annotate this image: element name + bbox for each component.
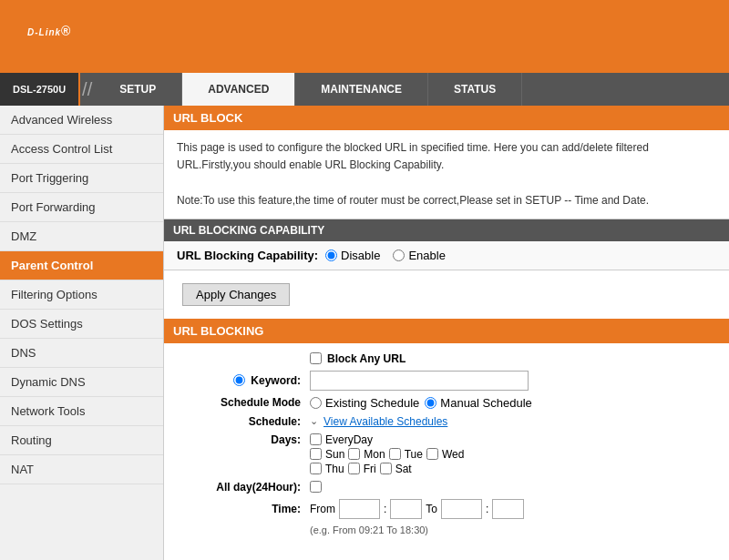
- info-line1: This page is used to configure the block…: [177, 139, 716, 174]
- sidebar-item-dmz[interactable]: DMZ: [0, 222, 163, 251]
- apply-changes-button[interactable]: Apply Changes: [182, 283, 290, 306]
- time-inputs: From : To :: [310, 499, 524, 519]
- weekdays-line2: Thu Fri Sat: [310, 463, 464, 475]
- apply-changes-container: Apply Changes: [164, 270, 729, 319]
- info-box: This page is used to configure the block…: [164, 130, 729, 219]
- mon-label: Mon: [364, 448, 385, 461]
- sidebar-item-parent-control[interactable]: Parent Control: [0, 251, 163, 280]
- block-any-url-row: Block Any URL: [310, 352, 711, 365]
- sat-checkbox[interactable]: [380, 463, 392, 474]
- schedule-mode-row: Schedule Mode Existing Schedule Manual S…: [182, 396, 711, 410]
- sidebar-item-dns[interactable]: DNS: [0, 339, 163, 368]
- wed-checkbox[interactable]: [426, 448, 438, 460]
- block-any-url-label: Block Any URL: [327, 352, 406, 365]
- time-from-label: From: [310, 503, 335, 515]
- tab-advanced[interactable]: ADVANCED: [182, 73, 295, 106]
- enable-label: Enable: [408, 249, 445, 262]
- keyword-input-container: [310, 371, 529, 391]
- tab-maintenance[interactable]: MAINTENANCE: [295, 73, 428, 106]
- time-to-minute[interactable]: [492, 499, 524, 519]
- capability-label: URL Blocking Capability:: [177, 249, 318, 262]
- keyword-radio[interactable]: [233, 374, 245, 386]
- time-content: From : To :: [310, 499, 524, 519]
- keyword-input[interactable]: [310, 371, 529, 391]
- sidebar-item-filtering-options[interactable]: Filtering Options: [0, 280, 163, 310]
- sidebar-item-access-control-list[interactable]: Access Control List: [0, 135, 163, 164]
- thu-label: Thu: [325, 463, 344, 475]
- allday-content: [310, 481, 322, 493]
- time-colon1: :: [384, 503, 386, 515]
- sun-checkbox[interactable]: [310, 448, 322, 460]
- url-block-header: URL BLOCK: [164, 106, 729, 130]
- days-checkboxes: EveryDay Sun Mon Tue Wed: [310, 433, 464, 475]
- wed-label: Wed: [442, 448, 464, 461]
- days-label: Days:: [182, 433, 301, 446]
- capability-section-header: URL BLOCKING CAPABILITY: [164, 219, 729, 241]
- manual-schedule-label[interactable]: Manual Schedule: [425, 396, 531, 410]
- form-area: Block Any URL Keyword: Schedule Mode: [164, 343, 729, 545]
- enable-radio-label[interactable]: Enable: [393, 249, 445, 262]
- schedule-label: Schedule:: [182, 415, 301, 428]
- logo: D-Link®: [27, 20, 71, 54]
- schedule-row: Schedule: ⌄ View Available Schedules: [182, 415, 711, 428]
- allday-checkbox[interactable]: [310, 481, 322, 493]
- time-from-hour[interactable]: [339, 499, 380, 519]
- existing-schedule-radio[interactable]: [310, 397, 322, 409]
- sidebar-item-network-tools[interactable]: Network Tools: [0, 397, 163, 426]
- logo-text: D-Link: [27, 27, 61, 37]
- time-row: Time: From : To :: [182, 499, 711, 519]
- sidebar-item-advanced-wireless[interactable]: Advanced Wireless: [0, 106, 163, 135]
- manual-schedule-radio[interactable]: [425, 397, 436, 409]
- top-nav-tabs: SETUP ADVANCED MAINTENANCE STATUS: [94, 73, 522, 106]
- sidebar: Advanced Wireless Access Control List Po…: [0, 106, 164, 560]
- tue-checkbox[interactable]: [389, 448, 401, 460]
- sidebar-item-port-forwarding[interactable]: Port Forwarding: [0, 193, 163, 222]
- fri-label: Fri: [364, 463, 376, 475]
- everyday-line: EveryDay: [310, 433, 464, 446]
- sun-label: Sun: [325, 448, 344, 461]
- allday-label: All day(24Hour):: [182, 481, 301, 494]
- block-any-url-checkbox[interactable]: [310, 352, 322, 364]
- capability-radio-group: Disable Enable: [325, 249, 446, 262]
- days-row: Days: EveryDay Sun Mon Tu: [182, 433, 711, 475]
- nav-slash: //: [80, 73, 94, 106]
- disable-label: Disable: [341, 249, 380, 262]
- disable-radio[interactable]: [325, 249, 337, 261]
- info-line2: Note:To use this feature,the time of rou…: [177, 192, 716, 209]
- days-content: EveryDay Sun Mon Tue Wed: [310, 433, 464, 475]
- device-label: DSL-2750U: [0, 73, 80, 106]
- thu-checkbox[interactable]: [310, 463, 322, 474]
- tab-status[interactable]: STATUS: [428, 73, 522, 106]
- everyday-label: EveryDay: [325, 433, 373, 446]
- sidebar-item-port-triggering[interactable]: Port Triggering: [0, 164, 163, 193]
- sidebar-item-routing[interactable]: Routing: [0, 426, 163, 455]
- fri-checkbox[interactable]: [348, 463, 360, 474]
- schedule-mode-label: Schedule Mode: [182, 396, 301, 409]
- main-layout: Advanced Wireless Access Control List Po…: [0, 106, 729, 560]
- schedule-row-content: ⌄ View Available Schedules: [310, 415, 447, 428]
- schedule-mode-options: Existing Schedule Manual Schedule: [310, 396, 532, 410]
- logo-trademark: ®: [61, 24, 71, 38]
- sidebar-item-dos-settings[interactable]: DOS Settings: [0, 310, 163, 339]
- time-from-minute[interactable]: [390, 499, 422, 519]
- time-hint: (e.g. From 09:21 To 18:30): [310, 524, 711, 535]
- url-blocking-header: URL BLOCKING: [164, 319, 729, 343]
- time-colon2: :: [486, 503, 488, 515]
- keyword-row-label: Keyword:: [182, 374, 301, 387]
- sidebar-item-dynamic-dns[interactable]: Dynamic DNS: [0, 368, 163, 397]
- sat-label: Sat: [395, 463, 412, 475]
- enable-radio[interactable]: [393, 249, 405, 261]
- disable-radio-label[interactable]: Disable: [325, 249, 380, 262]
- view-schedules-link[interactable]: View Available Schedules: [323, 415, 447, 428]
- time-to-hour[interactable]: [441, 499, 482, 519]
- existing-schedule-label[interactable]: Existing Schedule: [310, 396, 419, 410]
- everyday-checkbox[interactable]: [310, 433, 322, 445]
- schedule-dropdown-arrow: ⌄: [310, 415, 318, 427]
- sidebar-item-nat[interactable]: NAT: [0, 455, 163, 484]
- tab-setup[interactable]: SETUP: [94, 73, 182, 106]
- allday-row: All day(24Hour):: [182, 481, 711, 494]
- capability-body: URL Blocking Capability: Disable Enable: [164, 241, 729, 270]
- mon-checkbox[interactable]: [348, 448, 360, 460]
- content-area: URL BLOCK This page is used to configure…: [164, 106, 729, 560]
- header: D-Link®: [0, 0, 729, 73]
